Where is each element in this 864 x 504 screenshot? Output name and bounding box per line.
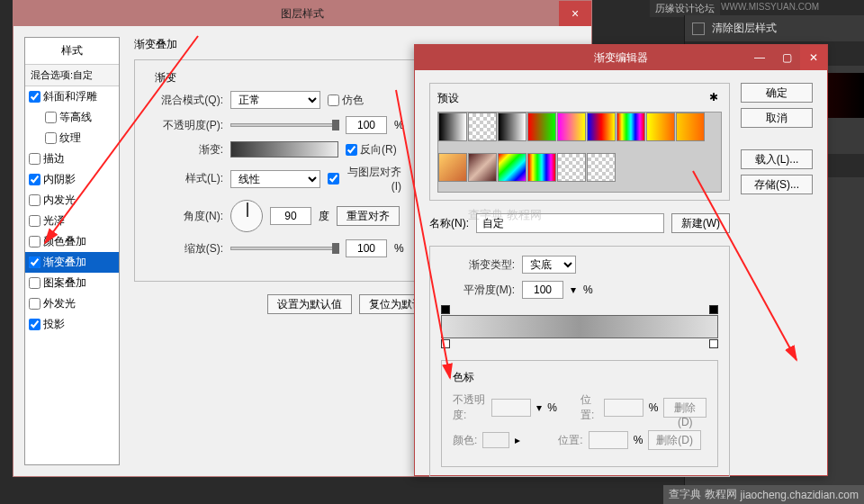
footer-url: jiaocheng.chazidian.com	[741, 489, 859, 501]
opacity-stop[interactable]	[441, 305, 450, 314]
style-item[interactable]: 描边	[25, 148, 119, 169]
bg-url: WWW.MISSYUAN.COM	[721, 2, 819, 12]
gradient-editor-dialog: 渐变编辑器 — ▢ ✕ 预设 ✱ 名称(N): 新建(W) 渐变类型:	[414, 44, 828, 476]
style-checkbox[interactable]	[29, 174, 40, 185]
style-checkbox[interactable]	[29, 256, 40, 268]
style-item[interactable]: 光泽	[25, 211, 119, 231]
color-stop[interactable]	[441, 339, 450, 348]
dither-check[interactable]: 仿色	[328, 93, 401, 108]
opacity-slider[interactable]	[230, 123, 338, 127]
style-item[interactable]: 渐变叠加	[25, 252, 119, 273]
ok-button[interactable]: 确定	[741, 83, 813, 103]
style-label: 斜面和浮雕	[43, 89, 97, 104]
delete-button[interactable]: 删除(D)	[663, 398, 706, 418]
dlg1-close-button[interactable]: ×	[559, 1, 591, 26]
scale-input[interactable]	[346, 239, 387, 257]
cancel-button[interactable]: 取消	[741, 108, 813, 128]
style-checkbox[interactable]	[29, 236, 40, 248]
percent-label: %	[649, 401, 659, 414]
style-item[interactable]: 图案叠加	[25, 273, 119, 293]
cs-position-label: 位置:	[558, 433, 582, 448]
style-checkbox[interactable]	[29, 319, 40, 330]
style-label: 描边	[43, 151, 65, 166]
blend-mode-select[interactable]: 正常	[230, 91, 320, 109]
preset-swatch[interactable]	[438, 153, 467, 182]
cs-position-input[interactable]	[589, 431, 628, 449]
new-button[interactable]: 新建(W)	[671, 213, 730, 233]
reset-align-button[interactable]: 重置对齐	[337, 206, 400, 226]
angle-input[interactable]	[270, 207, 311, 225]
delete-button[interactable]: 删除(D)	[648, 430, 701, 450]
style-item[interactable]: 颜色叠加	[25, 231, 119, 252]
style-label: 图案叠加	[43, 275, 86, 291]
footer-watermark: 查字典 教程网 jiaocheng.chazidian.com	[663, 485, 864, 504]
gear-icon[interactable]: ✱	[709, 91, 722, 104]
scale-label: 缩放(S):	[149, 241, 223, 256]
style-item[interactable]: 外发光	[25, 293, 119, 314]
preset-swatch[interactable]	[587, 153, 616, 182]
cs-position-label: 位置:	[580, 392, 598, 423]
smoothness-label: 平滑度(M):	[441, 283, 515, 298]
align-check[interactable]: 与图层对齐(I)	[328, 165, 401, 193]
style-checkbox[interactable]	[29, 215, 40, 227]
preset-swatch[interactable]	[587, 112, 616, 141]
percent-label: %	[583, 284, 593, 296]
dropdown-icon: ▸	[515, 434, 520, 446]
close-button[interactable]: ✕	[800, 45, 827, 70]
preset-swatch[interactable]	[498, 112, 526, 141]
preset-swatch[interactable]	[468, 153, 497, 182]
style-checkbox[interactable]	[29, 277, 40, 289]
grad-type-select[interactable]: 实底	[522, 256, 576, 274]
style-item[interactable]: 斜面和浮雕	[25, 86, 119, 107]
color-box[interactable]	[482, 432, 509, 448]
styles-header: 样式	[25, 38, 119, 65]
style-item[interactable]: 内发光	[25, 190, 119, 211]
minimize-button[interactable]: —	[746, 45, 773, 70]
style-item[interactable]: 等高线	[25, 107, 119, 128]
load-button[interactable]: 载入(L)...	[741, 149, 813, 169]
style-checkbox[interactable]	[29, 194, 40, 206]
gradient-preview[interactable]	[230, 141, 338, 158]
preset-swatch[interactable]	[676, 112, 705, 141]
style-label: 投影	[43, 317, 65, 332]
preset-swatch[interactable]	[438, 112, 467, 141]
preset-swatch[interactable]	[527, 153, 556, 182]
style-item[interactable]: 纹理	[25, 128, 119, 148]
angle-dial[interactable]	[230, 200, 263, 232]
preset-swatch[interactable]	[616, 112, 645, 141]
cs-opacity-input[interactable]	[491, 399, 531, 417]
dlg2-titlebar[interactable]: 渐变编辑器 — ▢ ✕	[415, 45, 827, 70]
style-item[interactable]: 投影	[25, 314, 119, 335]
preset-swatch[interactable]	[468, 112, 497, 141]
blend-options-item[interactable]: 混合选项:自定	[25, 65, 119, 86]
style-checkbox[interactable]	[45, 132, 57, 144]
color-stops-panel: 色标 不透明度: ▾ % 位置: % 删除(D) 颜色: ▸	[441, 360, 718, 467]
style-checkbox[interactable]	[45, 112, 57, 123]
gradient-bar[interactable]	[441, 315, 718, 338]
style-checkbox[interactable]	[29, 153, 40, 165]
preset-swatch[interactable]	[527, 112, 556, 141]
set-default-button[interactable]: 设置为默认值	[267, 294, 352, 314]
preset-swatch[interactable]	[646, 112, 675, 141]
cs-position-input[interactable]	[604, 399, 644, 417]
reverse-check[interactable]: 反向(R)	[346, 142, 419, 158]
preset-swatch[interactable]	[498, 153, 526, 182]
grad-type-label: 渐变类型:	[441, 257, 515, 273]
preset-swatch[interactable]	[557, 153, 586, 182]
scale-slider[interactable]	[230, 247, 338, 250]
dlg1-titlebar[interactable]: 图层样式 ×	[14, 1, 591, 26]
bg-clear-style[interactable]: 清除图层样式	[685, 15, 864, 42]
save-button[interactable]: 存储(S)...	[741, 175, 813, 194]
style-item[interactable]: 内阴影	[25, 169, 119, 190]
dropdown-icon[interactable]: ▾	[571, 284, 576, 296]
color-stop[interactable]	[709, 339, 718, 348]
style-select[interactable]: 线性	[230, 170, 320, 188]
maximize-button[interactable]: ▢	[773, 45, 800, 70]
opacity-input[interactable]	[346, 116, 387, 134]
opacity-stop[interactable]	[709, 305, 718, 314]
preset-swatch[interactable]	[557, 112, 586, 141]
smoothness-input[interactable]	[522, 281, 563, 299]
style-checkbox[interactable]	[29, 91, 40, 103]
footer-brand: 查字典 教程网	[669, 487, 736, 502]
style-checkbox[interactable]	[29, 298, 40, 310]
